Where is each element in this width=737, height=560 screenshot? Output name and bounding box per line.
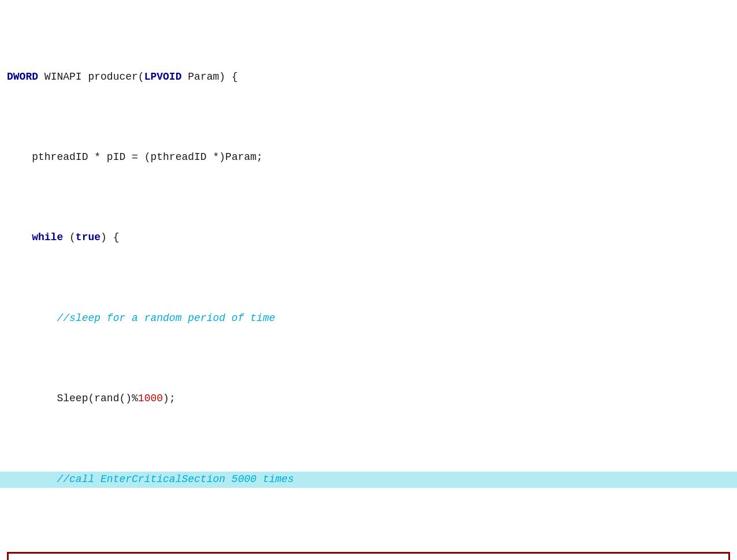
code-line-3: while (true) {: [0, 230, 737, 246]
code-editor: DWORD WINAPI producer(LPVOID Param) { pt…: [0, 0, 737, 560]
code-line-5: Sleep(rand()%1000);: [0, 391, 737, 407]
code-line-box-start: for (int i = 0; i < 5000; i++) { EnterCr…: [0, 552, 737, 560]
code-line-6: //call EnterCriticalSection 5000 times: [0, 472, 737, 488]
code-line-2: pthreadID * pID = (pthreadID *)Param;: [0, 150, 737, 166]
code-line-1: DWORD WINAPI producer(LPVOID Param) {: [0, 69, 737, 85]
code-line-4: //sleep for a random period of time: [0, 311, 737, 327]
